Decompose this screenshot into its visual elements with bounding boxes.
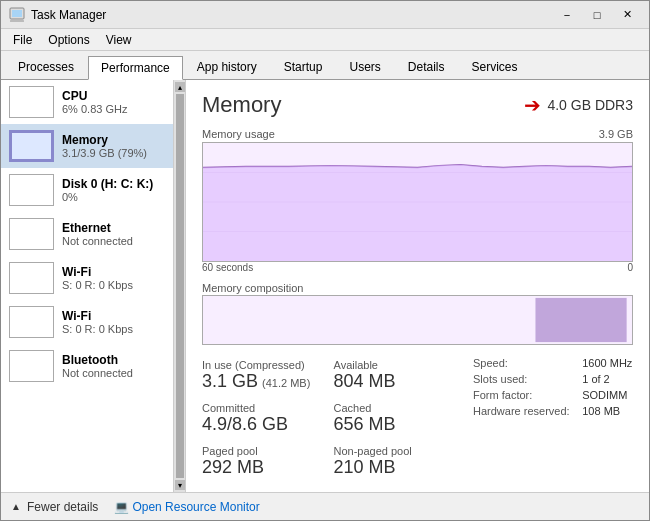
wifi2-thumbnail bbox=[9, 306, 54, 338]
sidebar-item-cpu[interactable]: CPU 6% 0.83 GHz bbox=[1, 80, 173, 124]
left-stats: In use (Compressed) 3.1 GB (41.2 MB) Ava… bbox=[202, 355, 463, 482]
ethernet-info: Ethernet Not connected bbox=[62, 221, 165, 247]
stat-in-use: In use (Compressed) 3.1 GB (41.2 MB) bbox=[202, 355, 332, 396]
memory-sub: 3.1/3.9 GB (79%) bbox=[62, 147, 165, 159]
tab-performance[interactable]: Performance bbox=[88, 56, 183, 80]
usage-chart bbox=[202, 142, 633, 262]
usage-chart-label: Memory usage bbox=[202, 128, 275, 140]
right-stats: Speed: 1600 MHz Slots used: 1 of 2 Form … bbox=[473, 355, 633, 482]
right-stats-grid: Speed: 1600 MHz Slots used: 1 of 2 Form … bbox=[473, 357, 633, 419]
usage-chart-right: 3.9 GB bbox=[599, 128, 633, 142]
window-controls: − □ ✕ bbox=[553, 5, 641, 25]
close-button[interactable]: ✕ bbox=[613, 5, 641, 25]
memory-thumbnail bbox=[9, 130, 54, 162]
hw-value: 108 MB bbox=[582, 405, 633, 417]
stat-available-label: Available bbox=[334, 359, 456, 371]
stat-in-use-row: 3.1 GB (41.2 MB) bbox=[202, 371, 324, 392]
usage-chart-section: Memory usage 3.9 GB 60 seconds bbox=[202, 128, 633, 273]
ethernet-sub: Not connected bbox=[62, 235, 165, 247]
wifi2-info: Wi-Fi S: 0 R: 0 Kbps bbox=[62, 309, 165, 335]
maximize-button[interactable]: □ bbox=[583, 5, 611, 25]
stat-cached-label: Cached bbox=[334, 402, 456, 414]
usage-chart-svg bbox=[203, 143, 632, 261]
tab-app-history[interactable]: App history bbox=[184, 55, 270, 79]
memory-type-row: ➔ 4.0 GB DDR3 bbox=[524, 93, 633, 117]
stat-in-use-value: 3.1 GB bbox=[202, 371, 258, 392]
stat-committed-label: Committed bbox=[202, 402, 324, 414]
comp-chart-label: Memory composition bbox=[202, 282, 303, 294]
stats-grid: In use (Compressed) 3.1 GB (41.2 MB) Ava… bbox=[202, 355, 463, 482]
sidebar-scrollbar[interactable]: ▴ ▾ bbox=[173, 80, 185, 492]
taskmanager-icon bbox=[9, 7, 25, 23]
chart-bottom-right: 0 bbox=[627, 262, 633, 273]
sidebar-item-ethernet[interactable]: Ethernet Not connected bbox=[1, 212, 173, 256]
tab-startup[interactable]: Startup bbox=[271, 55, 336, 79]
open-monitor-label: Open Resource Monitor bbox=[132, 500, 259, 514]
sidebar-item-wifi1[interactable]: Wi-Fi S: 0 R: 0 Kbps bbox=[1, 256, 173, 300]
stat-nonpaged-value: 210 MB bbox=[334, 457, 456, 478]
chevron-up-icon: ▲ bbox=[9, 500, 23, 514]
memory-info: Memory 3.1/3.9 GB (79%) bbox=[62, 133, 165, 159]
title-bar: Task Manager − □ ✕ bbox=[1, 1, 649, 29]
memory-type-label: 4.0 GB DDR3 bbox=[547, 97, 633, 113]
bottom-bar: ▲ Fewer details 💻 Open Resource Monitor bbox=[1, 492, 649, 520]
scroll-thumb[interactable] bbox=[176, 94, 184, 478]
sidebar-items: CPU 6% 0.83 GHz Memory 3.1/3.9 GB (79%) bbox=[1, 80, 173, 492]
cpu-thumbnail bbox=[9, 86, 54, 118]
sidebar-item-memory[interactable]: Memory 3.1/3.9 GB (79%) bbox=[1, 124, 173, 168]
svg-rect-7 bbox=[535, 298, 626, 342]
stat-cached-value: 656 MB bbox=[334, 414, 456, 435]
memory-name: Memory bbox=[62, 133, 165, 147]
sidebar-item-bluetooth[interactable]: Bluetooth Not connected bbox=[1, 344, 173, 388]
wifi2-name: Wi-Fi bbox=[62, 309, 165, 323]
task-manager-window: Task Manager − □ ✕ File Options View Pro… bbox=[0, 0, 650, 521]
scroll-down-arrow[interactable]: ▾ bbox=[175, 480, 185, 490]
sidebar-item-wifi2[interactable]: Wi-Fi S: 0 R: 0 Kbps bbox=[1, 300, 173, 344]
stat-nonpaged-label: Non-paged pool bbox=[334, 445, 456, 457]
wifi1-sub: S: 0 R: 0 Kbps bbox=[62, 279, 165, 291]
main-title: Memory bbox=[202, 92, 281, 118]
wifi1-bars bbox=[10, 263, 19, 293]
sidebar-scroll-wrapper: CPU 6% 0.83 GHz Memory 3.1/3.9 GB (79%) bbox=[1, 80, 185, 492]
menu-options[interactable]: Options bbox=[40, 31, 97, 49]
sidebar: CPU 6% 0.83 GHz Memory 3.1/3.9 GB (79%) bbox=[1, 80, 186, 492]
speed-label: Speed: bbox=[473, 357, 570, 371]
form-label: Form factor: bbox=[473, 389, 570, 403]
ethernet-thumbnail bbox=[9, 218, 54, 250]
stat-available-value: 804 MB bbox=[334, 371, 456, 392]
fewer-details-label: Fewer details bbox=[27, 500, 98, 514]
comp-chart-section: Memory composition bbox=[202, 281, 633, 345]
menu-file[interactable]: File bbox=[5, 31, 40, 49]
minimize-button[interactable]: − bbox=[553, 5, 581, 25]
disk-sub: 0% bbox=[62, 191, 165, 203]
bluetooth-thumbnail bbox=[9, 350, 54, 382]
ethernet-name: Ethernet bbox=[62, 221, 165, 235]
title-bar-left: Task Manager bbox=[9, 7, 106, 23]
cpu-info: CPU 6% 0.83 GHz bbox=[62, 89, 165, 115]
disk-thumbnail bbox=[9, 174, 54, 206]
main-title-row: Memory ➔ 4.0 GB DDR3 bbox=[202, 92, 633, 118]
menu-view[interactable]: View bbox=[98, 31, 140, 49]
monitor-icon: 💻 bbox=[114, 500, 128, 514]
window-title: Task Manager bbox=[31, 8, 106, 22]
open-resource-monitor-button[interactable]: 💻 Open Resource Monitor bbox=[114, 500, 259, 514]
stat-paged-value: 292 MB bbox=[202, 457, 324, 478]
memory-box bbox=[10, 131, 53, 161]
tab-services[interactable]: Services bbox=[459, 55, 531, 79]
arrow-icon: ➔ bbox=[524, 93, 541, 117]
tab-bar: Processes Performance App history Startu… bbox=[1, 51, 649, 80]
tab-details[interactable]: Details bbox=[395, 55, 458, 79]
tab-users[interactable]: Users bbox=[336, 55, 393, 79]
stats-area: In use (Compressed) 3.1 GB (41.2 MB) Ava… bbox=[202, 355, 633, 482]
form-value: SODIMM bbox=[582, 389, 633, 401]
fewer-details-button[interactable]: ▲ Fewer details bbox=[9, 500, 98, 514]
cpu-sub: 6% 0.83 GHz bbox=[62, 103, 165, 115]
slots-label: Slots used: bbox=[473, 373, 570, 387]
stat-in-use-label: In use (Compressed) bbox=[202, 359, 324, 371]
svg-marker-6 bbox=[203, 165, 632, 261]
svg-rect-1 bbox=[12, 10, 22, 17]
scroll-up-arrow[interactable]: ▴ bbox=[175, 82, 185, 92]
stat-in-use-sub: (41.2 MB) bbox=[262, 377, 310, 389]
tab-processes[interactable]: Processes bbox=[5, 55, 87, 79]
sidebar-item-disk[interactable]: Disk 0 (H: C: K:) 0% bbox=[1, 168, 173, 212]
